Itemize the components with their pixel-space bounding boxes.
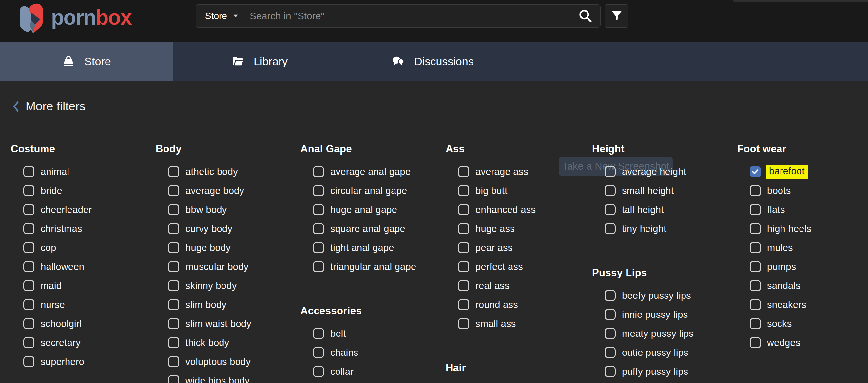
checkbox[interactable] [168,261,179,272]
more-filters-button[interactable]: More filters [12,100,86,114]
checkbox[interactable] [313,204,324,215]
checkbox[interactable] [168,375,179,383]
filter-option-maid[interactable]: maid [11,276,135,295]
search-input[interactable] [249,10,574,22]
filter-option-barefoot[interactable]: barefoot [737,162,861,181]
checkbox[interactable] [750,185,761,196]
checkbox[interactable] [313,366,324,377]
checkbox[interactable] [750,204,761,215]
checkbox[interactable] [23,318,34,329]
checkbox[interactable] [23,185,34,196]
checkbox[interactable] [604,328,616,339]
filter-option-pumps[interactable]: pumps [737,257,861,276]
filter-option-muscular-body[interactable]: muscular body [156,257,279,276]
checkbox[interactable] [458,280,469,291]
filter-option-sandals[interactable]: sandals [737,276,861,295]
filter-option-voluptous-body[interactable]: voluptous body [156,352,279,371]
checkbox[interactable] [458,299,469,310]
filter-option-boots[interactable]: boots [737,181,861,200]
checkbox[interactable] [458,166,469,177]
checkbox[interactable] [168,337,179,348]
checkbox[interactable] [604,204,616,215]
checkbox[interactable] [750,223,761,234]
checkbox[interactable] [168,242,179,253]
checkbox[interactable] [23,223,34,234]
filter-option-beefy-pussy-lips[interactable]: beefy pussy lips [592,286,716,305]
filter-option-triangular-anal-gape[interactable]: triangular anal gape [301,257,424,276]
checkbox-checked[interactable] [750,166,761,177]
filter-option-circular-anal-gape[interactable]: circular anal gape [301,181,424,200]
filter-option-pear-ass[interactable]: pear ass [446,238,569,257]
checkbox[interactable] [23,204,34,215]
checkbox[interactable] [750,299,761,310]
checkbox[interactable] [168,356,179,367]
filter-option-tight-anal-gape[interactable]: tight anal gape [301,238,424,257]
filter-option-christmas[interactable]: christmas [11,219,135,238]
filter-option-slim-waist-body[interactable]: slim waist body [156,314,279,333]
filter-option-secretary[interactable]: secretary [11,333,135,352]
filter-option-cheerleader[interactable]: cheerleader [11,200,135,219]
filter-option-high-heels[interactable]: high heels [737,219,861,238]
checkbox[interactable] [604,347,616,358]
filter-option-tiny-height[interactable]: tiny height [592,219,716,238]
filter-option-perfect-ass[interactable]: perfect ass [446,257,569,276]
checkbox[interactable] [23,356,34,367]
filter-option-square-anal-gape[interactable]: square anal gape [301,219,424,238]
filter-option-small-height[interactable]: small height [592,181,716,200]
checkbox[interactable] [750,242,761,253]
filter-option-huge-anal-gape[interactable]: huge anal gape [301,200,424,219]
filter-option-big-butt[interactable]: big butt [446,181,569,200]
checkbox[interactable] [168,318,179,329]
checkbox[interactable] [604,290,616,301]
filter-option-bbw-body[interactable]: bbw body [156,200,279,219]
checkbox[interactable] [458,242,469,253]
checkbox[interactable] [604,185,616,196]
filter-option-wedges[interactable]: wedges [737,333,861,352]
filter-option-huge-ass[interactable]: huge ass [446,219,569,238]
filter-option-average-anal-gape[interactable]: average anal gape [301,162,424,181]
filter-option-tall-height[interactable]: tall height [592,200,716,219]
checkbox[interactable] [604,223,616,234]
filter-option-wide-hips-body[interactable]: wide hips body [156,371,279,383]
checkbox[interactable] [750,318,761,329]
filter-option-slim-body[interactable]: slim body [156,295,279,314]
filter-option-huge-body[interactable]: huge body [156,238,279,257]
filter-option-thick-body[interactable]: thick body [156,333,279,352]
filter-option-outie-pussy-lips[interactable]: outie pussy lips [592,343,716,362]
filter-option-enhanced-ass[interactable]: enhanced ass [446,200,569,219]
tab-store[interactable]: Store [0,42,173,81]
filter-option-bride[interactable]: bride [11,181,135,200]
checkbox[interactable] [458,223,469,234]
search-scope-select[interactable]: Store [205,11,239,21]
filter-option-round-ass[interactable]: round ass [446,295,569,314]
checkbox[interactable] [458,318,469,329]
checkbox[interactable] [458,185,469,196]
checkbox[interactable] [23,337,34,348]
filter-option-halloween[interactable]: halloween [11,257,135,276]
filter-option-collar[interactable]: collar [301,362,424,381]
filter-option-average-height[interactable]: average height [592,162,716,181]
filter-option-innie-pussy-lips[interactable]: innie pussy lips [592,305,716,324]
checkbox[interactable] [750,280,761,291]
filter-option-cop[interactable]: cop [11,238,135,257]
filter-option-socks[interactable]: socks [737,314,861,333]
tab-library[interactable]: Library [173,42,346,81]
filter-option-animal[interactable]: animal [11,162,135,181]
filter-option-small-ass[interactable]: small ass [446,314,569,333]
filter-option-belt[interactable]: belt [301,324,424,343]
filter-option-schoolgirl[interactable]: schoolgirl [11,314,135,333]
checkbox[interactable] [313,185,324,196]
checkbox[interactable] [23,280,34,291]
checkbox[interactable] [458,204,469,215]
filter-option-chains[interactable]: chains [301,343,424,362]
checkbox[interactable] [604,366,616,377]
checkbox[interactable] [168,166,179,177]
filter-option-athetic-body[interactable]: athetic body [156,162,279,181]
filter-option-average-ass[interactable]: average ass [446,162,569,181]
checkbox[interactable] [23,299,34,310]
checkbox[interactable] [750,337,761,348]
filter-option-average-body[interactable]: average body [156,181,279,200]
checkbox[interactable] [313,166,324,177]
checkbox[interactable] [168,223,179,234]
checkbox[interactable] [313,347,324,358]
